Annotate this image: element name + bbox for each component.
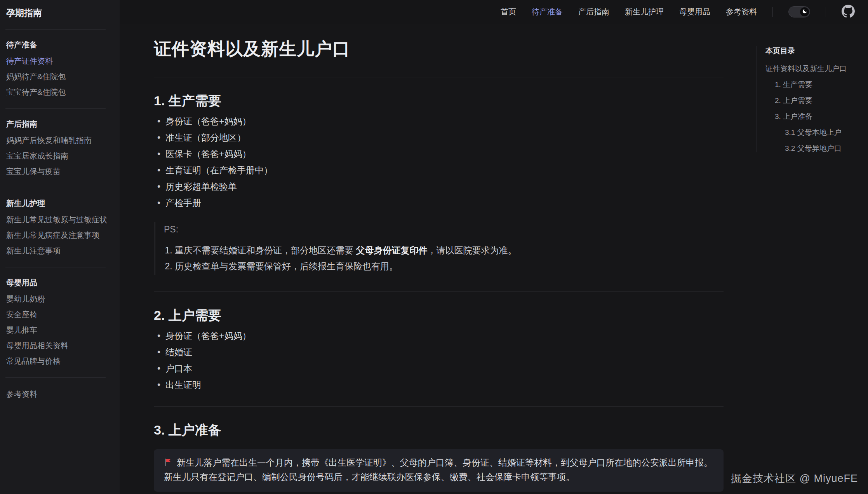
list-item: 身份证（爸爸+妈妈）: [154, 331, 724, 341]
list-item: 历史彩超单检验单: [154, 182, 724, 192]
callout-panel: 新生儿落户需在出生一个月内，携带《出生医学证明》、父母的户口簿、身份证、结婚证等…: [154, 449, 724, 492]
ps-numbered-list: 重庆不需要结婚证和身份证，部分地区还需要 父母身份证复印件，请以医院要求为准。 …: [164, 246, 724, 271]
list-item: 重庆不需要结婚证和身份证，部分地区还需要 父母身份证复印件，请以医院要求为准。: [175, 246, 724, 255]
note-text: 重庆不需要结婚证和身份证，部分地区还需要: [175, 245, 356, 255]
callout-line-1: 新生儿落户需在出生一个月内，携带《出生医学证明》、父母的户口簿、身份证、结婚证等…: [164, 456, 713, 470]
callout-text: 新生儿落户需在出生一个月内，携带《出生医学证明》、父母的户口簿、身份证、结婚证等…: [177, 457, 713, 468]
site-title: 孕期指南: [4, 5, 113, 26]
toc-item[interactable]: 2. 上户需要: [765, 96, 860, 105]
sidebar-group-postpartum: 产后指南 妈妈产后恢复和哺乳指南 宝宝居家成长指南 宝宝儿保与疫苗: [4, 119, 113, 179]
note-text: ，请以医院要求为准。: [427, 245, 517, 255]
sidebar-item-newborn-notes[interactable]: 新生儿注意事项: [4, 243, 113, 258]
sidebar-group-newborn-care: 新生儿护理 新生儿常见过敏原与过敏症状 新生儿常见病症及注意事项 新生儿注意事项: [4, 198, 113, 258]
ps-label: PS:: [164, 224, 724, 235]
list-item: 准生证（部分地区）: [154, 133, 724, 143]
theme-toggle[interactable]: [788, 6, 810, 17]
nav-pre-delivery[interactable]: 待产准备: [532, 7, 563, 17]
section-heading: 1. 生产需要: [154, 92, 724, 110]
divider: [5, 108, 106, 109]
note-text: 历史检查单与发票需要保管好，后续报生育保险也有用。: [175, 261, 398, 271]
sidebar: 孕期指南 待产准备 待产证件资料 妈妈待产&住院包 宝宝待产&住院包 产后指南 …: [0, 0, 120, 494]
sidebar-group-header: 产后指南: [6, 119, 113, 129]
sidebar-item-baby-hospital-bag[interactable]: 宝宝待产&住院包: [4, 84, 113, 100]
main-content: 证件资料以及新生儿户口 1. 生产需要 身份证（爸爸+妈妈） 准生证（部分地区）…: [154, 37, 724, 494]
toc-title: 本页目录: [765, 46, 860, 56]
bullet-list: 身份证（爸爸+妈妈） 准生证（部分地区） 医保卡（爸爸+妈妈） 生育证明（在产检…: [154, 117, 724, 208]
red-flag-icon: [164, 457, 173, 466]
toc-item[interactable]: 3.1 父母本地上户: [765, 128, 860, 136]
github-link[interactable]: [842, 5, 855, 19]
navbar: 首页 待产准备 产后指南 新生儿护理 母婴用品 参考资料: [120, 0, 868, 24]
sidebar-item-mom-hospital-bag[interactable]: 妈妈待产&住院包: [4, 69, 113, 84]
nav-postpartum[interactable]: 产后指南: [578, 7, 609, 17]
toc-item[interactable]: 3. 上户准备: [765, 112, 860, 120]
sidebar-item-allergy[interactable]: 新生儿常见过敏原与过敏症状: [4, 212, 113, 227]
nav-baby-products[interactable]: 母婴用品: [679, 7, 710, 17]
toc-item[interactable]: 证件资料以及新生儿户口: [765, 65, 860, 73]
sidebar-item-references[interactable]: 参考资料: [4, 386, 113, 402]
sidebar-group-pre-delivery: 待产准备 待产证件资料 妈妈待产&住院包 宝宝待产&住院包: [4, 40, 113, 100]
divider: [5, 188, 106, 188]
ps-note-blockquote: PS: 重庆不需要结婚证和身份证，部分地区还需要 父母身份证复印件，请以医院要求…: [155, 222, 724, 275]
list-item: 生育证明（在产检手册中）: [154, 166, 724, 175]
divider: [826, 7, 826, 17]
note-bold-text: 父母身份证复印件: [356, 245, 427, 255]
divider: [772, 7, 773, 17]
nav-references[interactable]: 参考资料: [726, 7, 757, 17]
nav-home[interactable]: 首页: [501, 7, 516, 17]
sidebar-item-diseases[interactable]: 新生儿常见病症及注意事项: [4, 227, 113, 243]
page-toc: 本页目录 证件资料以及新生儿户口 1. 生产需要 2. 上户需要 3. 上户准备…: [757, 46, 860, 152]
toc-item[interactable]: 1. 生产需要: [765, 80, 860, 89]
toc-item[interactable]: 3.2 父母异地户口: [765, 144, 860, 152]
toggle-knob: [800, 7, 809, 16]
divider: [5, 267, 106, 267]
sidebar-item-stroller[interactable]: 婴儿推车: [4, 322, 113, 338]
divider: [5, 29, 106, 30]
section-registration-needs: 2. 上户需要 身份证（爸爸+妈妈） 结婚证 户口本 出生证明: [154, 292, 724, 390]
github-icon: [842, 5, 855, 19]
list-item: 结婚证: [154, 347, 724, 357]
moon-icon: [802, 9, 807, 16]
list-item: 医保卡（爸爸+妈妈）: [154, 149, 724, 159]
sidebar-group-header: 母婴用品: [6, 278, 113, 288]
sidebar-group-baby-products: 母婴用品 婴幼儿奶粉 安全座椅 婴儿推车 母婴用品相关资料 常见品牌与价格: [4, 278, 113, 369]
sidebar-item-baby-vaccine[interactable]: 宝宝儿保与疫苗: [4, 164, 113, 179]
section-heading: 3. 上户准备: [154, 421, 724, 439]
sidebar-item-brands-prices[interactable]: 常见品牌与价格: [4, 353, 113, 369]
sidebar-item-mom-recovery[interactable]: 妈妈产后恢复和哺乳指南: [4, 133, 113, 148]
section-birth-needs: 1. 生产需要 身份证（爸爸+妈妈） 准生证（部分地区） 医保卡（爸爸+妈妈） …: [154, 77, 724, 275]
sidebar-item-formula[interactable]: 婴幼儿奶粉: [4, 291, 113, 307]
list-item: 产检手册: [154, 198, 724, 208]
sidebar-item-product-info[interactable]: 母婴用品相关资料: [4, 338, 113, 353]
sidebar-group-header: 新生儿护理: [6, 198, 113, 209]
section-heading: 2. 上户需要: [154, 307, 724, 325]
divider: [5, 377, 106, 378]
callout-line-2: 新生儿只有在登记户口、编制公民身份号码后，才能继续联办医保参保、缴费、社会保障卡…: [164, 470, 713, 484]
nav-newborn-care[interactable]: 新生儿护理: [625, 7, 664, 17]
sidebar-group-header: 待产准备: [6, 40, 113, 50]
sidebar-item-documents[interactable]: 待产证件资料: [4, 53, 113, 69]
list-item: 出生证明: [154, 380, 724, 390]
section-registration-prep: 3. 上户准备 新生儿落户需在出生一个月内，携带《出生医学证明》、父母的户口簿、…: [154, 406, 724, 494]
sidebar-item-baby-growth[interactable]: 宝宝居家成长指南: [4, 148, 113, 164]
sidebar-item-car-seat[interactable]: 安全座椅: [4, 307, 113, 322]
list-item: 历史检查单与发票需要保管好，后续报生育保险也有用。: [175, 262, 724, 271]
page-title: 证件资料以及新生儿户口: [154, 37, 724, 61]
bullet-list: 身份证（爸爸+妈妈） 结婚证 户口本 出生证明: [154, 331, 724, 390]
list-item: 户口本: [154, 364, 724, 374]
watermark: 掘金技术社区 @ MiyueFE: [731, 471, 858, 485]
list-item: 身份证（爸爸+妈妈）: [154, 117, 724, 126]
